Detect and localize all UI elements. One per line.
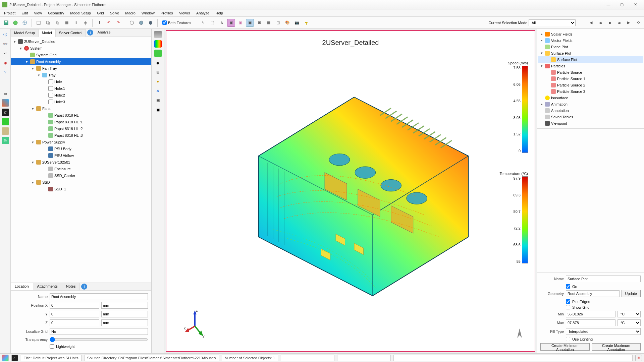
menu-view[interactable]: View bbox=[31, 10, 45, 16]
posz-unit[interactable] bbox=[101, 319, 148, 326]
viewport[interactable]: 2UServer_Detailed bbox=[166, 30, 535, 352]
axis-gizmo[interactable]: z x y bbox=[183, 308, 207, 338]
results-tree[interactable]: ▸Scalar Fields ▸Vector Fields Plane Plot… bbox=[537, 29, 644, 129]
wave-icon[interactable]: 〰 bbox=[2, 50, 9, 57]
rt-ps3[interactable]: Particle Source 3 bbox=[538, 88, 643, 95]
name-field[interactable] bbox=[50, 293, 148, 300]
status-cc-icon[interactable]: C bbox=[11, 355, 18, 361]
stop-icon[interactable]: ■ bbox=[606, 19, 614, 27]
tree-hole[interactable]: Hole bbox=[11, 78, 151, 85]
tree-enclosure[interactable]: Enclosure bbox=[11, 166, 151, 172]
vp-sphere-icon[interactable]: ◉ bbox=[154, 59, 162, 66]
posz-field[interactable] bbox=[50, 319, 99, 326]
grid-split-icon[interactable]: ◫ bbox=[274, 19, 282, 27]
rt-vector[interactable]: ▸Vector Fields bbox=[538, 37, 643, 44]
rt-iso[interactable]: Isosurface bbox=[538, 95, 643, 101]
posx-field[interactable] bbox=[50, 302, 99, 309]
copy-icon[interactable]: ⎘ bbox=[53, 19, 61, 27]
tab-model[interactable]: Model bbox=[39, 29, 56, 37]
rt-scalar[interactable]: ▸Scalar Fields bbox=[538, 31, 643, 37]
lightweight-checkbox[interactable] bbox=[50, 344, 54, 349]
vp-layers-icon[interactable]: ▤ bbox=[154, 97, 162, 104]
menu-help[interactable]: Help bbox=[213, 10, 226, 16]
tree-fan0[interactable]: Papst 8318 HL bbox=[11, 112, 151, 119]
transparency-slider[interactable] bbox=[50, 337, 148, 342]
last-icon[interactable]: ⏭ bbox=[615, 19, 623, 27]
palette-icon[interactable]: 🎨 bbox=[283, 19, 291, 27]
tree-system-grid[interactable]: System Grid bbox=[11, 52, 151, 58]
tree-tray[interactable]: ▾Tray bbox=[11, 72, 151, 78]
globe-icon[interactable] bbox=[21, 19, 29, 27]
model-tree[interactable]: ▾2UServer_Detailed ▾System System Grid ▾… bbox=[11, 37, 151, 283]
select-rect-icon[interactable]: ⬚ bbox=[208, 19, 216, 27]
posy-field[interactable] bbox=[50, 311, 99, 317]
shaded-cube-icon[interactable] bbox=[137, 19, 145, 27]
rt-anim[interactable]: ▸Animation bbox=[538, 101, 643, 107]
analyze-label[interactable]: Analyze bbox=[95, 29, 113, 37]
ruler-icon[interactable]: ┳ bbox=[302, 19, 310, 27]
rp-max-field[interactable] bbox=[566, 319, 615, 326]
tab-solver-control[interactable]: Solver Control bbox=[56, 29, 86, 37]
vp-shade-icon[interactable] bbox=[154, 31, 162, 38]
selection-mode-select[interactable]: All bbox=[529, 19, 576, 26]
rp-geom-field[interactable] bbox=[566, 290, 620, 297]
tree-psu[interactable]: ▾Power Supply bbox=[11, 139, 151, 145]
create-min-annot-button[interactable]: Create Minimum Annotation bbox=[540, 343, 590, 351]
undo-icon[interactable]: ↶ bbox=[105, 19, 113, 27]
create-max-annot-button[interactable]: Create Maximum Annotation bbox=[592, 343, 641, 351]
posy-unit[interactable] bbox=[101, 311, 148, 317]
rt-particles[interactable]: ▾Particles bbox=[538, 63, 643, 69]
face-top-icon[interactable]: ▣ bbox=[246, 19, 254, 27]
rt-ps[interactable]: Particle Source bbox=[538, 69, 643, 75]
prop-help-icon[interactable]: i bbox=[81, 284, 87, 290]
rt-surface-child[interactable]: Surface Plot bbox=[538, 56, 643, 63]
pointer-icon[interactable]: ↖ bbox=[199, 19, 207, 27]
localize-field[interactable] bbox=[50, 328, 148, 335]
tree-fan2[interactable]: Papst 8318 HL :2 bbox=[11, 125, 151, 132]
tree-server[interactable]: ▾2UServer102501 bbox=[11, 159, 151, 166]
posx-unit[interactable] bbox=[101, 302, 148, 309]
run-icon[interactable] bbox=[11, 19, 19, 27]
rp-edges-checkbox[interactable] bbox=[566, 299, 570, 304]
rp-lighting-checkbox[interactable] bbox=[566, 337, 570, 341]
rp-min-unit[interactable]: °C bbox=[618, 311, 641, 317]
rp-min-field[interactable] bbox=[566, 311, 615, 317]
tree-project[interactable]: ▾2UServer_Detailed bbox=[11, 38, 151, 45]
panel-help-icon[interactable]: i bbox=[87, 29, 93, 36]
menu-viewer[interactable]: Viewer bbox=[176, 10, 193, 16]
cc-icon[interactable]: C bbox=[2, 109, 9, 116]
vp-rainbow-icon[interactable] bbox=[154, 40, 162, 48]
prev-icon[interactable]: ◀ bbox=[587, 19, 595, 27]
grid-icon[interactable]: ▦ bbox=[63, 19, 71, 27]
import-icon[interactable]: ⬇ bbox=[95, 19, 103, 27]
tree-hole1[interactable]: Hole:1 bbox=[11, 85, 151, 92]
square-tan-icon[interactable] bbox=[2, 127, 9, 135]
menu-model-setup[interactable]: Model Setup bbox=[67, 10, 94, 16]
menu-grid[interactable]: Grid bbox=[94, 10, 107, 16]
align-icon[interactable]: ⫴ bbox=[72, 19, 80, 27]
cylinder-icon[interactable]: ◉ bbox=[2, 59, 9, 66]
tab-attachments[interactable]: Attachments bbox=[33, 283, 62, 290]
rp-fill-select[interactable]: Interpolated bbox=[566, 328, 641, 335]
menu-geometry[interactable]: Geometry bbox=[45, 10, 67, 16]
play-icon[interactable]: ▶ bbox=[625, 19, 633, 27]
camera-icon[interactable]: 📷 bbox=[293, 19, 301, 27]
rt-ps1[interactable]: Particle Source 1 bbox=[538, 75, 643, 82]
vp-camera2-icon[interactable]: ▣ bbox=[154, 106, 162, 113]
vp-text-icon[interactable]: A bbox=[154, 87, 162, 95]
rt-view[interactable]: Viewpoint bbox=[538, 120, 643, 126]
vp-green-icon[interactable] bbox=[154, 50, 162, 57]
tab-model-setup[interactable]: Model Setup bbox=[11, 29, 39, 37]
rt-ps2[interactable]: Particle Source 2 bbox=[538, 82, 643, 88]
square-green-icon[interactable] bbox=[2, 118, 9, 125]
tree-system[interactable]: ▾System bbox=[11, 45, 151, 52]
face-front-icon[interactable]: ▣ bbox=[227, 19, 235, 27]
menu-project[interactable]: Project bbox=[1, 10, 18, 16]
help-icon[interactable]: ? bbox=[2, 68, 9, 76]
mesh-icon[interactable]: ╪ bbox=[82, 19, 90, 27]
grid4-icon[interactable]: ⊞ bbox=[255, 19, 263, 27]
tab-location[interactable]: Location bbox=[11, 283, 33, 290]
menu-window[interactable]: Window bbox=[139, 10, 157, 16]
tree-fan1[interactable]: Papst 8318 HL :1 bbox=[11, 119, 151, 125]
box-icon[interactable] bbox=[35, 19, 43, 27]
